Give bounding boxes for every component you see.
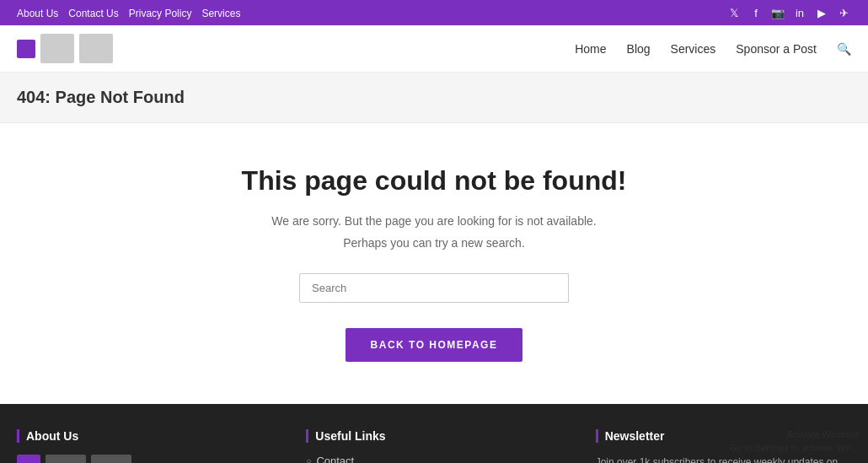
error-heading: This page could not be found! [17, 165, 851, 197]
footer-img-row-1 [17, 455, 272, 463]
top-bar-links: About UsContact UsPrivacy PolicyServices [17, 6, 250, 19]
youtube-icon[interactable]: ▶ [814, 5, 829, 20]
footer-about-col: About Us [17, 429, 272, 463]
twitter-icon[interactable]: 𝕏 [726, 5, 742, 20]
nav-item-sponsor-a-post[interactable]: Sponsor a Post [736, 42, 817, 56]
topbar-link-contact-us[interactable]: Contact Us [68, 8, 118, 19]
error-subtext-1: We are sorry. But the page you are looki… [17, 212, 851, 230]
footer-newsletter-col: Newsletter Join over 1k subscribers to r… [596, 429, 851, 463]
logo-block-1 [40, 34, 74, 63]
search-bar [299, 273, 569, 303]
top-bar-social: 𝕏f📷in▶✈ [726, 5, 851, 20]
search-input[interactable] [299, 273, 569, 303]
footer-img-2 [91, 455, 131, 463]
topbar-link-services[interactable]: Services [201, 8, 240, 19]
header: HomeBlogServicesSponsor a Post🔍 [0, 25, 868, 73]
topbar-link-about-us[interactable]: About Us [17, 8, 58, 19]
back-to-homepage-button[interactable]: BACK TO HOMEPAGE [346, 328, 523, 362]
search-icon[interactable]: 🔍 [837, 42, 851, 56]
telegram-icon[interactable]: ✈ [836, 5, 851, 20]
logo-block-2 [79, 34, 113, 63]
footer-link-item: Contact [306, 455, 561, 463]
footer-about-title: About Us [17, 429, 272, 443]
footer-links-title: Useful Links [306, 429, 561, 443]
newsletter-description: Join over 1k subscribers to receive week… [596, 455, 851, 463]
footer: About Us Useful Links ContactServicesBlo… [0, 404, 868, 463]
footer-newsletter-title: Newsletter [596, 429, 851, 443]
error-subtext-2: Perhaps you can try a new search. [17, 234, 851, 252]
nav-item-home[interactable]: Home [575, 42, 606, 56]
footer-links-list: ContactServicesBlogSponsor a Post [306, 455, 561, 463]
facebook-icon[interactable]: f [748, 5, 764, 20]
page-title: 404: Page Not Found [17, 88, 851, 107]
linkedin-icon[interactable]: in [792, 5, 807, 20]
topbar-link-privacy-policy[interactable]: Privacy Policy [129, 8, 192, 19]
page-title-bar: 404: Page Not Found [0, 73, 868, 123]
footer-img-1 [46, 455, 86, 463]
top-bar: About UsContact UsPrivacy PolicyServices… [0, 0, 868, 25]
footer-link-contact[interactable]: Contact [316, 455, 354, 463]
instagram-icon[interactable]: 📷 [770, 5, 785, 20]
main-nav: HomeBlogServicesSponsor a Post🔍 [575, 42, 851, 56]
nav-item-services[interactable]: Services [671, 42, 716, 56]
footer-links-col: Useful Links ContactServicesBlogSponsor … [306, 429, 561, 463]
logo-icon-purple [17, 40, 35, 58]
logo [17, 34, 113, 63]
footer-flag-icon [17, 455, 40, 463]
back-btn-wrap: BACK TO HOMEPAGE [17, 328, 851, 362]
nav-item-blog[interactable]: Blog [627, 42, 651, 56]
footer-logo-images [17, 455, 272, 463]
main-content: This page could not be found! We are sor… [0, 123, 868, 404]
